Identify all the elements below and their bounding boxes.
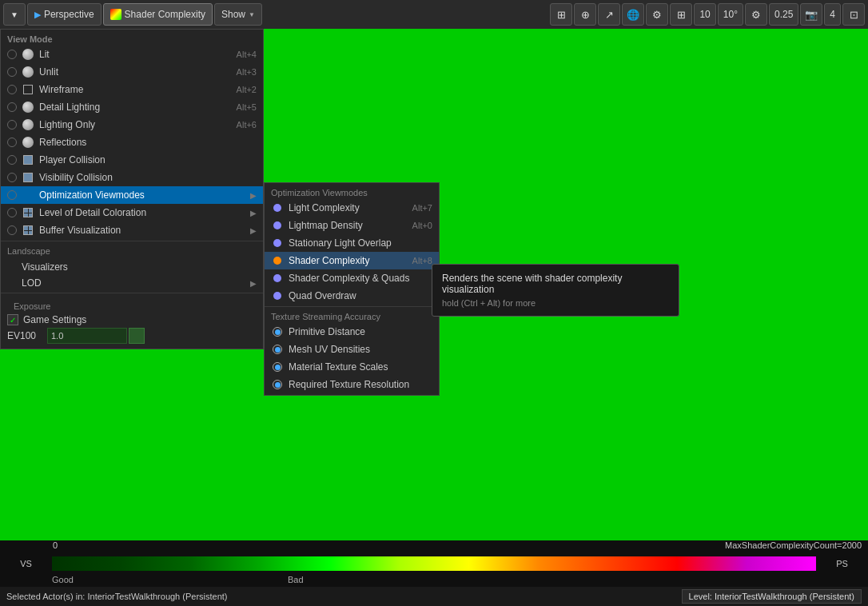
detail-lighting-label: Detail Lighting [39,102,237,113]
submenu-item-required-texture[interactable]: Required Texture Resolution [265,376,439,393]
num10-btn[interactable]: 10 [694,3,715,26]
radio-lighting-only [7,120,17,130]
radio-player-collision [7,155,17,165]
lighting-only-label: Lighting Only [39,119,237,130]
maximize-icon-btn[interactable]: ⊡ [842,3,865,26]
settings-icon-btn[interactable]: ⚙ [745,3,767,26]
world-icon-btn[interactable]: 🌐 [622,3,644,26]
gradient-bar-row: VS PS [0,555,868,572]
gear-icon-btn[interactable]: ⚙ [646,3,668,26]
bar-zero-row: 0 MaxShaderComplexityCount=2000 [0,540,868,555]
menu-item-lod-coloration[interactable]: Level of Detail Coloration ▶ [1,204,263,221]
shader-complexity-submenu-label: Shader Complexity [289,255,412,266]
zero-label: 0 [53,540,58,550]
viewport-dropdown[interactable]: ▼ [3,3,26,26]
game-settings-row[interactable]: ✓ Game Settings [7,314,257,325]
sphere-icon-unlit [22,66,34,78]
ev100-label: EV100 [7,330,47,341]
perspective-button[interactable]: ▶ Perspective [27,3,102,26]
circle-icon-mesh [271,343,284,356]
lightmap-label: Lightmap Density [289,220,412,231]
show-button[interactable]: Show ▼ [214,3,262,26]
menu-item-visualizers[interactable]: Visualizers [1,259,263,275]
submenu-item-stationary[interactable]: Stationary Light Overlap [265,234,439,252]
grid-icon-buffer [22,224,34,237]
menu-item-unlit[interactable]: Unlit Alt+3 [1,63,263,81]
angle-btn[interactable]: 10° [718,3,743,26]
radio-lod [7,208,17,217]
radio-lit [7,50,17,59]
radio-wireframe [7,85,17,94]
submenu-item-quad-overdraw[interactable]: Quad Overdraw [265,287,439,305]
light-complexity-label: Light Complexity [289,202,412,213]
submenu-item-primitive[interactable]: Primitive Distance [265,323,439,341]
submenu-item-shader-complexity[interactable]: Shader Complexity Alt+8 [265,252,439,269]
arrow-icon-btn[interactable]: ↗ [598,3,620,26]
lit-label: Lit [39,49,237,60]
menu-item-visibility-collision[interactable]: Visibility Collision [1,169,263,186]
landscape-section-label: Landscape [1,243,263,259]
menu-item-reflections[interactable]: Reflections [1,134,263,151]
grid-icon-btn[interactable]: ⊞ [550,3,572,26]
game-settings-label: Game Settings [23,314,86,325]
table-icon-btn[interactable]: ⊞ [670,3,692,26]
sphere-icon-lit [22,48,34,61]
toolbar: ▼ ▶ Perspective Shader Complexity Show ▼… [0,0,868,29]
game-settings-checkbox[interactable]: ✓ [7,314,18,325]
circle-icon-required [271,378,284,391]
ev100-slider[interactable] [129,328,145,344]
menu-item-detail-lighting[interactable]: Detail Lighting Alt+5 [1,98,263,116]
wireframe-icon [22,83,34,96]
level-label: Level: InteriorTestWalkthrough (Persiste… [689,592,854,601]
selected-actor-text: Selected Actor(s) in: InteriorTestWalkth… [6,592,228,601]
shader-complexity-button[interactable]: Shader Complexity [103,3,213,26]
radio-visibility-collision [7,173,17,182]
opt-submenu-arrow: ▶ [250,191,257,200]
max-shader-label: MaxShaderComplexityCount=2000 [725,540,862,550]
submenu-item-mesh-uv[interactable]: Mesh UV Densities [265,341,439,358]
primitive-label: Primitive Distance [289,326,432,337]
dot-icon-quads [271,272,284,285]
show-label: Show [221,9,245,20]
texture-divider [265,306,439,307]
dot-icon-lightmap [271,219,284,232]
submenu-item-material-texture[interactable]: Material Texture Scales [265,358,439,376]
menu-item-optimization[interactable]: Optimization Viewmodes ▶ [1,186,263,204]
bottom-bar: 0 MaxShaderComplexityCount=2000 VS PS Go… [0,540,868,606]
globe-icon-btn[interactable]: ⊕ [574,3,596,26]
view-mode-menu: View Mode Lit Alt+4 Unlit Alt+3 Wirefram… [0,29,264,349]
tooltip-title: Renders the scene with shader complexity… [442,273,669,295]
menu-item-buffer-viz[interactable]: Buffer Visualization ▶ [1,221,263,239]
submenu-item-lightmap[interactable]: Lightmap Density Alt+0 [265,217,439,234]
dot-icon-stationary [271,237,284,249]
material-texture-label: Material Texture Scales [289,361,432,373]
submenu-item-light-complexity[interactable]: Light Complexity Alt+7 [265,199,439,217]
menu-item-lighting-only[interactable]: Lighting Only Alt+6 [1,116,263,134]
menu-item-lod-short[interactable]: LOD ▶ [1,275,263,291]
sphere-icon-reflections [22,136,34,149]
fov-btn[interactable]: 4 [824,3,841,26]
lod-short-label: LOD [22,277,247,289]
shader-complexity-label: Shader Complexity [125,9,205,20]
cube-icon-player [22,153,34,166]
camera-icon-btn[interactable]: 📷 [800,3,822,26]
scale-btn[interactable]: 0.25 [769,3,798,26]
radio-buffer [7,225,17,235]
buffer-arrow: ▶ [250,226,257,235]
texture-section-label: Texture Streaming Accuracy [265,309,439,323]
level-info: Level: InteriorTestWalkthrough (Persiste… [682,589,862,604]
tooltip-hint: hold (Ctrl + Alt) for more [442,298,669,308]
status-bar: Selected Actor(s) in: InteriorTestWalkth… [0,587,868,606]
wireframe-label: Wireframe [39,84,237,95]
menu-item-player-collision[interactable]: Player Collision [1,151,263,169]
ev100-input[interactable] [47,328,127,344]
circle-icon-material [271,361,284,373]
visibility-collision-label: Visibility Collision [39,172,257,183]
ps-label: PS [836,559,848,568]
vs-label: VS [20,559,32,568]
menu-divider-2 [1,293,263,293]
menu-item-wireframe[interactable]: Wireframe Alt+2 [1,81,263,98]
menu-item-lit[interactable]: Lit Alt+4 [1,46,263,63]
submenu-item-shader-quads[interactable]: Shader Complexity & Quads [265,269,439,287]
radio-reflections [7,138,17,147]
